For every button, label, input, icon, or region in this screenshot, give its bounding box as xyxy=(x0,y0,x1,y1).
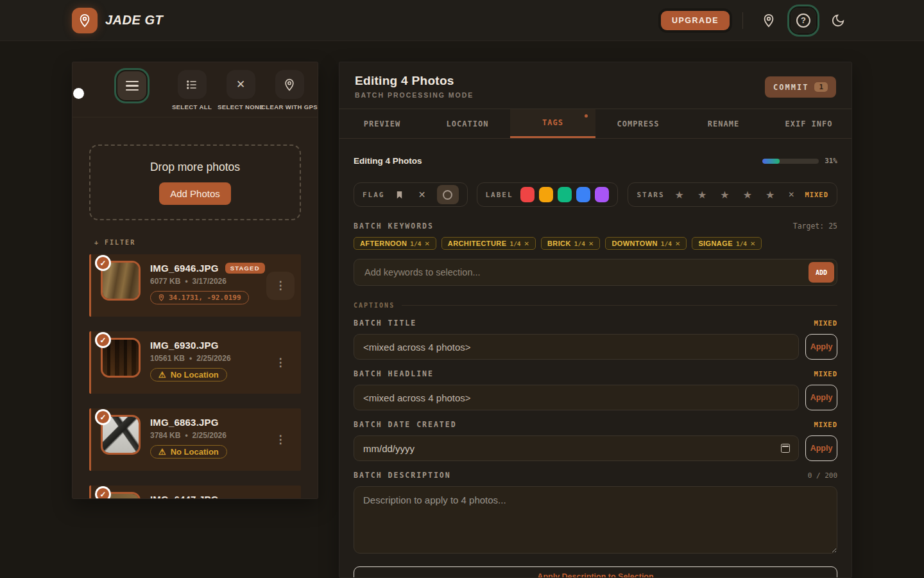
batch-title-input[interactable] xyxy=(354,334,799,360)
photo-list-item[interactable]: ✓ IMG_6930.JPG 10561 KB • 2/25/2026 ⚠ No… xyxy=(89,331,301,394)
tab-notification-dot xyxy=(585,114,588,118)
clear-with-gps-button[interactable] xyxy=(275,70,304,99)
commit-label: COMMIT xyxy=(773,83,809,92)
chip-remove-icon[interactable]: ✕ xyxy=(675,240,680,247)
apply-title-button[interactable]: Apply xyxy=(805,334,837,360)
photo-list-item[interactable]: ✓ IMG_6863.JPG 3784 KB • 2/25/2026 ⚠ No … xyxy=(89,408,301,471)
photo-thumbnail[interactable]: ✓ xyxy=(101,338,141,378)
staged-badge: STAGED xyxy=(225,263,265,274)
keyword-chip[interactable]: DOWNTOWN 1/4 ✕ xyxy=(605,237,687,250)
photo-filename: IMG_6447.JPG xyxy=(150,494,219,499)
stars-label: STARS xyxy=(637,191,664,199)
tab-exif-info[interactable]: EXIF INFO xyxy=(766,109,851,138)
flag-bookmark-icon[interactable] xyxy=(392,186,407,203)
label-swatch-green[interactable] xyxy=(558,187,572,202)
selected-check-icon[interactable]: ✓ xyxy=(95,409,111,425)
dark-mode-moon-icon[interactable] xyxy=(825,8,851,33)
add-photos-button[interactable]: Add Photos xyxy=(159,182,231,205)
kebab-menu-icon[interactable]: ⋮ xyxy=(266,426,295,454)
selected-check-icon[interactable]: ✓ xyxy=(95,332,111,348)
kebab-menu-icon[interactable]: ⋮ xyxy=(266,349,295,377)
keyword-chip[interactable]: ARCHITECTURE 1/4 ✕ xyxy=(441,237,536,250)
captions-section-label: CAPTIONS xyxy=(354,302,395,309)
question-mark-glyph: ? xyxy=(796,13,810,28)
photo-thumbnail[interactable]: ✓ xyxy=(101,492,141,499)
photo-size: 10561 KB xyxy=(150,354,185,363)
gps-coordinates-pill[interactable]: 34.1731, -92.0199 xyxy=(150,291,249,304)
tab-compress[interactable]: COMPRESS xyxy=(595,109,681,138)
label-swatch-purple[interactable] xyxy=(595,187,609,202)
batch-headline-mixed-status: MIXED xyxy=(814,370,837,378)
keyword-chip[interactable]: BRICK 1/4 ✕ xyxy=(541,237,600,250)
label-label: LABEL xyxy=(486,191,513,199)
tab-preview[interactable]: PREVIEW xyxy=(339,109,425,138)
select-none-button[interactable]: ✕ xyxy=(227,70,255,99)
tab-rename[interactable]: RENAME xyxy=(681,109,766,138)
photo-thumbnail[interactable]: ✓ xyxy=(101,261,141,301)
menu-hamburger-button[interactable] xyxy=(117,71,146,100)
meta-separator: • xyxy=(189,354,192,363)
select-all-label: SELECT ALL xyxy=(172,103,212,110)
flag-clear-button[interactable] xyxy=(437,185,459,204)
label-swatch-orange[interactable] xyxy=(539,187,553,202)
sidebar-handle-dot[interactable] xyxy=(73,88,84,99)
tab-tags[interactable]: TAGS xyxy=(510,109,595,138)
no-location-pill: ⚠ No Location xyxy=(150,368,227,381)
photo-filename: IMG_6946.JPG xyxy=(150,263,219,274)
chip-text: AFTERNOON xyxy=(360,240,407,247)
topbar: JADE GT UPGRADE ? xyxy=(0,0,924,41)
selected-check-icon[interactable]: ✓ xyxy=(95,486,111,499)
keyword-chip[interactable]: SIGNAGE 1/4 ✕ xyxy=(692,237,762,250)
photo-info: IMG_6946.JPG STAGED 6077 KB • 3/17/2026 … xyxy=(141,261,266,310)
chip-remove-icon[interactable]: ✕ xyxy=(524,240,529,247)
chip-remove-icon[interactable]: ✕ xyxy=(424,240,429,247)
star-icon-4[interactable]: ★ xyxy=(740,189,755,201)
apply-date-button[interactable]: Apply xyxy=(805,435,837,461)
flag-reject-icon[interactable]: ✕ xyxy=(415,186,430,203)
apply-description-button[interactable]: Apply Description to Selection xyxy=(354,566,837,578)
chip-remove-icon[interactable]: ✕ xyxy=(588,240,594,247)
photo-list-item[interactable]: ✓ IMG_6447.JPG xyxy=(89,486,301,499)
batch-description-textarea[interactable] xyxy=(354,486,837,554)
stars-group: STARS ★ ★ ★ ★ ★ ✕ MIXED xyxy=(628,182,837,207)
brand-name: JADE GT xyxy=(105,13,163,28)
star-icon-3[interactable]: ★ xyxy=(717,189,732,201)
star-icon-5[interactable]: ★ xyxy=(762,189,778,201)
stars-clear-icon[interactable]: ✕ xyxy=(785,190,798,199)
calendar-icon[interactable] xyxy=(781,444,790,453)
upgrade-button[interactable]: UPGRADE xyxy=(661,11,730,30)
tags-tab-content: Editing 4 Photos 31% FLAG ✕ LABEL xyxy=(339,156,851,578)
star-icon-2[interactable]: ★ xyxy=(694,189,710,201)
photo-dropzone[interactable]: Drop more photos Add Photos xyxy=(89,144,301,220)
tab-location[interactable]: LOCATION xyxy=(425,109,510,138)
gps-coordinates: 34.1731, -92.0199 xyxy=(169,293,241,302)
kebab-menu-icon[interactable]: ⋮ xyxy=(266,272,295,300)
help-icon[interactable]: ? xyxy=(791,8,816,33)
batch-headline-input[interactable] xyxy=(354,385,799,410)
brand: JADE GT xyxy=(72,8,163,33)
keyword-chips: AFTERNOON 1/4 ✕ ARCHITECTURE 1/4 ✕ BRICK… xyxy=(354,237,837,250)
label-swatch-blue[interactable] xyxy=(576,187,590,202)
apply-headline-button[interactable]: Apply xyxy=(805,385,837,410)
sidebar-actions: SELECT ALL ✕ SELECT NONE CLEAR WITH GPS xyxy=(167,70,314,110)
chip-remove-icon[interactable]: ✕ xyxy=(750,240,755,247)
clear-with-gps-action: CLEAR WITH GPS xyxy=(265,70,314,110)
star-icon-1[interactable]: ★ xyxy=(672,189,687,201)
label-swatch-red[interactable] xyxy=(520,187,535,202)
location-pin-icon[interactable] xyxy=(756,8,782,33)
selected-check-icon[interactable]: ✓ xyxy=(95,255,111,271)
batch-date-input[interactable] xyxy=(354,435,799,461)
batch-description-label: BATCH DESCRIPTION xyxy=(354,471,451,480)
editing-count-label: Editing 4 Photos xyxy=(354,156,422,166)
photo-thumbnail[interactable]: ✓ xyxy=(101,415,141,455)
keyword-input[interactable] xyxy=(354,259,837,286)
add-keyword-button[interactable]: ADD xyxy=(809,262,834,283)
photo-info: IMG_6930.JPG 10561 KB • 2/25/2026 ⚠ No L… xyxy=(141,338,266,387)
filter-toggle[interactable]: + FILTER xyxy=(94,239,318,246)
chip-count: 1/4 xyxy=(410,240,421,247)
commit-button[interactable]: COMMIT 1 xyxy=(765,76,836,98)
tab-tags-label: TAGS xyxy=(542,118,563,127)
select-all-button[interactable] xyxy=(178,70,207,99)
photo-list-item[interactable]: ✓ IMG_6946.JPG STAGED 6077 KB • 3/17/202… xyxy=(89,254,301,317)
keyword-chip[interactable]: AFTERNOON 1/4 ✕ xyxy=(354,237,436,250)
